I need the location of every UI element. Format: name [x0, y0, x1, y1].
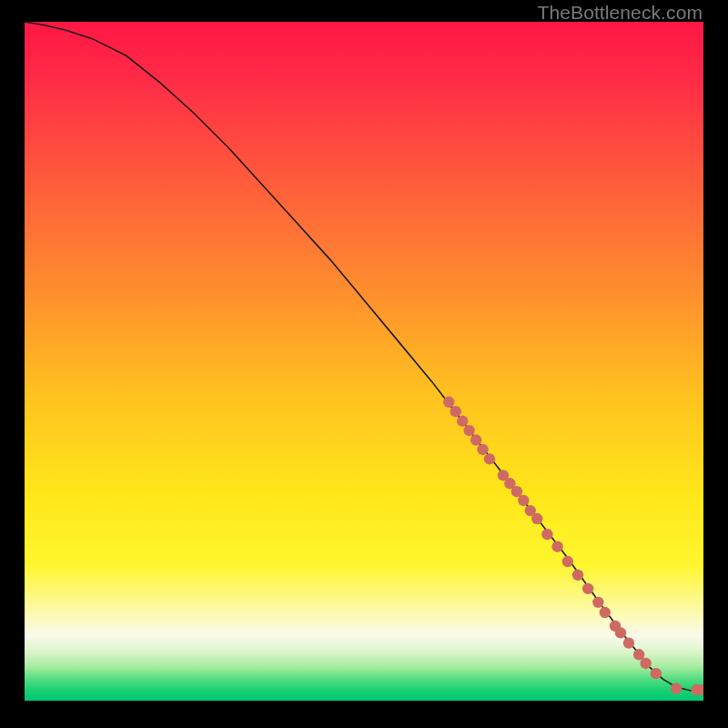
data-point	[592, 597, 603, 608]
data-point	[484, 453, 495, 464]
data-point	[600, 607, 611, 618]
data-point	[470, 434, 481, 445]
plot-area	[25, 22, 703, 701]
data-point	[671, 682, 682, 693]
data-point	[518, 495, 529, 506]
data-point	[541, 529, 552, 540]
data-point	[562, 556, 573, 567]
data-point	[551, 541, 562, 551]
data-point	[615, 627, 626, 638]
data-point	[572, 570, 583, 581]
data-point	[443, 397, 454, 408]
data-point	[477, 444, 488, 455]
data-point	[640, 658, 651, 669]
data-point	[457, 415, 468, 426]
data-point	[651, 668, 662, 679]
data-point	[623, 637, 634, 648]
data-point	[450, 406, 461, 417]
data-point	[463, 425, 474, 436]
chart-svg	[25, 22, 703, 701]
data-point	[633, 649, 644, 660]
data-point	[531, 513, 542, 524]
watermark-label: TheBottleneck.com	[538, 2, 703, 24]
data-point	[582, 583, 593, 594]
chart-container: TheBottleneck.com	[0, 0, 728, 728]
data-point	[511, 486, 522, 497]
